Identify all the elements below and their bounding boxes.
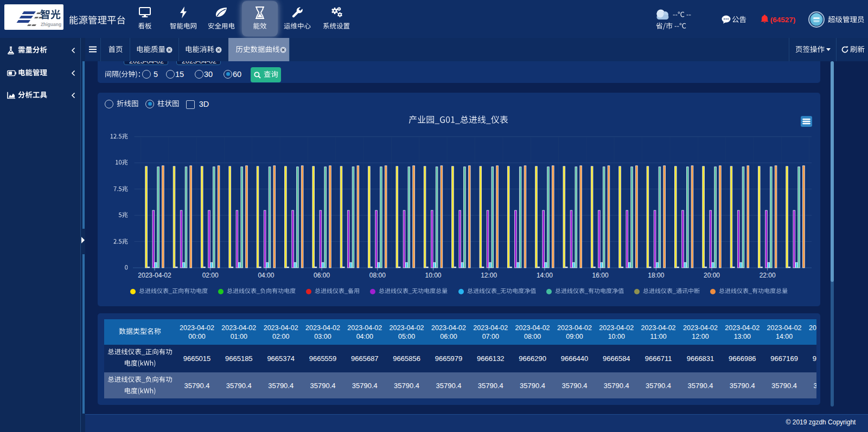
svg-text:12:00: 12:00 (481, 272, 497, 279)
svg-text:20:00: 20:00 (704, 272, 720, 279)
svg-text:08:00: 08:00 (369, 272, 386, 279)
svg-text:10:00: 10:00 (425, 272, 441, 279)
svg-text:2023-04-02: 2023-04-02 (138, 272, 171, 279)
svg-text:22:00: 22:00 (760, 272, 776, 279)
svg-text:04:00: 04:00 (258, 272, 274, 279)
svg-text:02:00: 02:00 (202, 272, 219, 279)
svg-text:06:00: 06:00 (314, 272, 330, 279)
svg-text:16:00: 16:00 (592, 272, 609, 279)
svg-text:18:00: 18:00 (648, 272, 664, 279)
svg-text:14:00: 14:00 (537, 272, 553, 279)
